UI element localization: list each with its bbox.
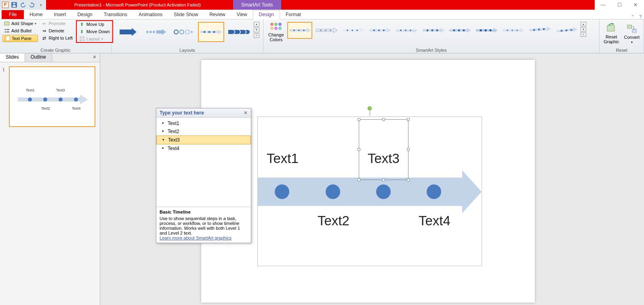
style-option-11[interactable]: [554, 22, 579, 39]
smartart-label-2[interactable]: Text2: [318, 213, 349, 229]
tab-file[interactable]: File: [2, 10, 24, 19]
smartart-label-1[interactable]: Text1: [267, 151, 299, 166]
close-button[interactable]: ✕: [633, 2, 638, 8]
tab-smartart-format[interactable]: Format: [280, 11, 307, 19]
app-icon[interactable]: P: [2, 1, 9, 8]
promote-button[interactable]: ⇐Promote: [40, 20, 74, 27]
change-colors-button[interactable]: Change Colors: [267, 22, 286, 43]
style-option-2[interactable]: [314, 22, 339, 39]
styles-gallery-scroll[interactable]: ▴▾▿: [581, 22, 586, 37]
style-option-3[interactable]: [341, 22, 366, 39]
svg-point-6: [5, 32, 6, 33]
text-pane-item-2[interactable]: Text2: [156, 127, 251, 136]
move-up-button[interactable]: ⬆Move Up: [78, 21, 112, 28]
tab-view[interactable]: View: [231, 11, 253, 19]
tab-design[interactable]: Design: [72, 11, 98, 19]
tab-slideshow[interactable]: Slide Show: [168, 11, 204, 19]
reset-graphic-button[interactable]: Reset Graphic: [602, 23, 621, 44]
smartart-graphic[interactable]: Text1 Text2 Text3 Text4: [257, 116, 482, 266]
svg-rect-1: [13, 5, 16, 7]
timeline-dot-4[interactable]: [427, 184, 441, 199]
demote-button[interactable]: ⇒Demote: [40, 28, 74, 34]
layouts-gallery: ▴▾▿: [114, 20, 261, 47]
svg-point-59: [28, 97, 32, 102]
tab-transitions[interactable]: Transitions: [98, 11, 133, 19]
layout-button[interactable]: Layout ▾: [78, 36, 112, 42]
editor-canvas[interactable]: Text1 Text2 Text3 Text4 Type your text h…: [100, 53, 644, 305]
svg-point-29: [346, 30, 348, 32]
text-pane-footer-desc: Use to show sequential steps in a task, …: [160, 216, 248, 235]
style-option-1-selected[interactable]: [287, 22, 312, 39]
svg-point-61: [59, 97, 63, 102]
tab-home[interactable]: Home: [24, 11, 48, 19]
svg-rect-3: [4, 22, 9, 25]
text-pane-item-1[interactable]: Text1: [156, 119, 251, 127]
save-icon[interactable]: [11, 1, 18, 8]
smartart-label-4[interactable]: Text4: [419, 213, 450, 229]
move-down-button[interactable]: ⬇Move Down: [78, 28, 112, 35]
timeline-dot-3[interactable]: [376, 184, 391, 199]
svg-point-22: [213, 31, 215, 33]
add-bullet-button[interactable]: Add Bullet: [2, 28, 38, 34]
svg-point-33: [378, 30, 380, 31]
smartart-text-pane: Type your text here ✕ Text1 Text2 Text3 …: [156, 108, 251, 243]
svg-point-39: [431, 30, 433, 32]
styles-down-icon[interactable]: ▾: [581, 27, 586, 32]
styles-up-icon[interactable]: ▴: [581, 22, 586, 26]
text-pane-item-3-selected[interactable]: Text3: [156, 136, 251, 144]
tab-animations[interactable]: Animations: [133, 11, 168, 19]
change-colors-icon: [270, 23, 282, 32]
text-pane-toggle[interactable]: Text Pane: [2, 35, 38, 42]
style-option-8[interactable]: [474, 22, 499, 39]
layout-option-3[interactable]: [170, 22, 196, 42]
svg-point-32: [373, 30, 375, 31]
convert-button[interactable]: Convert▾: [623, 23, 642, 44]
slides-tab[interactable]: Slides: [0, 53, 25, 62]
layouts-gallery-scroll[interactable]: ▴▾▿: [253, 22, 260, 38]
right-to-left-button[interactable]: ⇄Right to Left: [40, 35, 74, 41]
gallery-more-icon[interactable]: ▿: [254, 33, 259, 38]
svg-point-21: [208, 31, 210, 33]
tab-review[interactable]: Review: [204, 11, 231, 19]
help-icon[interactable]: ?: [637, 15, 644, 19]
gallery-up-icon[interactable]: ▴: [254, 22, 259, 27]
style-option-5[interactable]: [394, 22, 419, 39]
gallery-down-icon[interactable]: ▾: [254, 28, 259, 32]
timeline-arrow-shape[interactable]: [258, 178, 482, 206]
svg-point-43: [463, 30, 465, 32]
tab-insert[interactable]: Insert: [48, 11, 72, 19]
svg-point-25: [303, 30, 305, 31]
tab-smartart-design[interactable]: Design: [253, 10, 280, 19]
maximize-button[interactable]: ☐: [617, 2, 622, 8]
style-option-6[interactable]: [421, 22, 446, 39]
outline-tab[interactable]: Outline: [25, 53, 52, 62]
text-pane-learn-more-link[interactable]: Learn more about SmartArt graphics: [160, 235, 232, 240]
minimize-button[interactable]: —: [600, 2, 606, 8]
style-option-4[interactable]: [367, 22, 392, 39]
layout-option-4-selected[interactable]: [198, 22, 224, 42]
redo-icon[interactable]: [28, 1, 36, 8]
text-pane-header[interactable]: Type your text here ✕: [156, 108, 251, 118]
text-pane-close-icon[interactable]: ✕: [244, 110, 248, 116]
style-option-9[interactable]: [501, 22, 526, 39]
slide-thumbnail-1[interactable]: 1 Text1 Text3 Text2 Text4: [3, 66, 97, 127]
style-option-10[interactable]: [527, 22, 552, 39]
layout-option-5[interactable]: [226, 22, 252, 42]
svg-point-15: [149, 31, 152, 33]
layout-option-2[interactable]: [143, 22, 169, 42]
undo-icon[interactable]: [19, 1, 27, 8]
rotate-handle[interactable]: [368, 106, 372, 110]
timeline-dot-1[interactable]: [275, 184, 289, 199]
reset-graphic-icon: [606, 23, 617, 34]
svg-point-60: [43, 97, 47, 102]
timeline-dot-2[interactable]: [326, 184, 340, 199]
ribbon-minimize-icon[interactable]: ⌃: [629, 15, 637, 19]
qat-customize-icon[interactable]: ▾: [37, 1, 44, 8]
text-pane-item-4[interactable]: Text4: [156, 144, 251, 152]
add-shape-button[interactable]: Add Shape ▾: [2, 20, 38, 27]
style-option-7[interactable]: [447, 22, 472, 39]
styles-more-icon[interactable]: ▿: [581, 32, 586, 37]
layout-option-1[interactable]: [115, 22, 141, 42]
pane-close-icon[interactable]: ✕: [89, 53, 100, 62]
shape-selection[interactable]: [359, 119, 408, 180]
